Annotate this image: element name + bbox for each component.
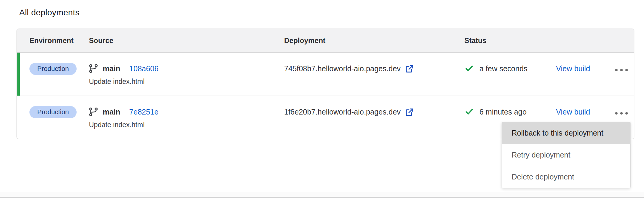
check-icon xyxy=(464,107,474,116)
ellipsis-icon xyxy=(615,69,618,71)
ellipsis-menu-button[interactable] xyxy=(615,68,628,72)
branch-name: main xyxy=(103,64,120,73)
git-branch-icon xyxy=(89,64,98,73)
menu-item-rollback[interactable]: Rollback to this deployment xyxy=(502,122,630,144)
environment-badge: Production xyxy=(29,63,77,75)
deployment-url: 745f08b7.helloworld-aio.pages.dev xyxy=(284,64,401,73)
menu-item-delete[interactable]: Delete deployment xyxy=(502,166,630,188)
column-header-source: Source xyxy=(89,36,284,45)
external-link-icon[interactable] xyxy=(405,64,414,73)
ellipsis-menu-button[interactable] xyxy=(615,111,628,116)
deployment-url: 1f6e20b7.helloworld-aio.pages.dev xyxy=(284,107,401,116)
check-icon xyxy=(464,64,474,73)
column-header-deployment: Deployment xyxy=(284,36,464,45)
column-header-environment: Environment xyxy=(17,36,89,45)
current-deployment-indicator xyxy=(17,53,20,96)
commit-hash-link[interactable]: 108a606 xyxy=(129,64,158,73)
ellipsis-icon xyxy=(615,112,618,115)
commit-message: Update index.html xyxy=(89,121,284,129)
menu-item-retry[interactable]: Retry deployment xyxy=(502,144,630,166)
deployment-context-menu: Rollback to this deployment Retry deploy… xyxy=(502,122,630,188)
view-build-link[interactable]: View build xyxy=(556,108,590,116)
git-branch-icon xyxy=(89,107,98,116)
status-text: a few seconds xyxy=(479,64,527,73)
commit-hash-link[interactable]: 7e8251e xyxy=(129,108,158,116)
view-build-link[interactable]: View build xyxy=(556,64,590,73)
external-link-icon[interactable] xyxy=(405,108,414,117)
page-bottom-divider xyxy=(0,192,644,198)
commit-message: Update index.html xyxy=(89,77,284,86)
environment-badge: Production xyxy=(29,106,77,118)
branch-name: main xyxy=(103,108,120,116)
status-text: 6 minutes ago xyxy=(479,107,527,116)
table-header: Environment Source Deployment Status xyxy=(17,29,634,53)
column-header-status: Status xyxy=(464,36,556,45)
page-title: All deployments xyxy=(19,8,80,17)
table-row: Production main 108a606 Update index.htm… xyxy=(17,53,634,96)
